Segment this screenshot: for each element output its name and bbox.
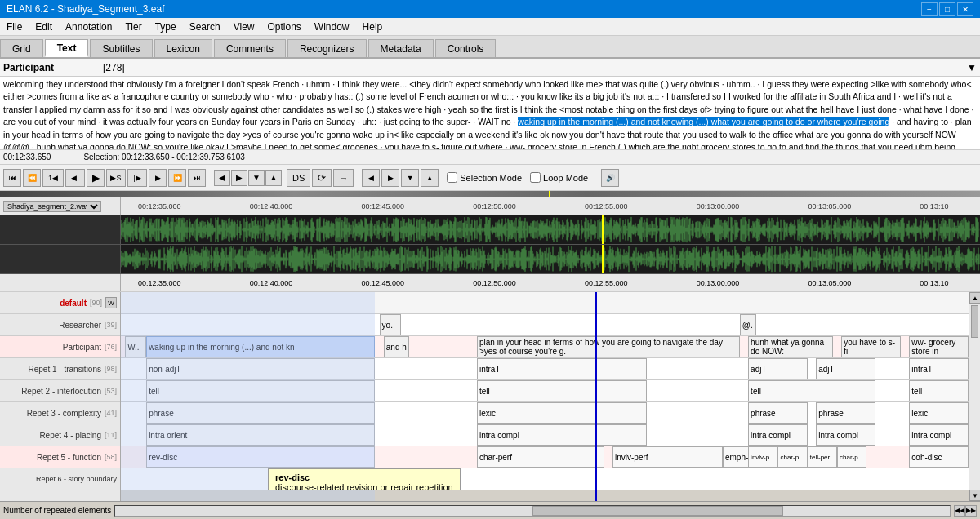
- header-scrollbar-btn[interactable]: ▼: [967, 62, 977, 73]
- anno-seg-r5-charp[interactable]: char-p.: [777, 446, 807, 468]
- menu-options[interactable]: Options: [261, 18, 308, 35]
- anno-seg-part-andh[interactable]: and h: [384, 336, 409, 357]
- nav-right-button[interactable]: ▶: [231, 170, 247, 186]
- volume-button[interactable]: 🔊: [601, 169, 619, 187]
- tab-recognizers[interactable]: Recognizers: [287, 39, 367, 57]
- timeline-ruler: 00:12:35.000 00:12:40.000 00:12:45.000 0…: [121, 197, 980, 215]
- anno-seg-r4-intracompl3[interactable]: intra compl: [816, 424, 875, 446]
- track-select[interactable]: Shadiya_segment_2.wav: [3, 201, 101, 212]
- step-down-button[interactable]: ▼: [401, 169, 419, 187]
- anno-seg-part-hunh[interactable]: hunh what ya gonna do NOW:: [748, 336, 833, 357]
- close-button[interactable]: ✕: [957, 2, 973, 16]
- selection-mode-label[interactable]: Selection Mode: [447, 172, 522, 183]
- tab-subtitles[interactable]: Subtitles: [90, 39, 152, 57]
- ds-button[interactable]: DS: [287, 169, 310, 187]
- tab-text[interactable]: Text: [45, 39, 89, 57]
- anno-label-participant: Participant [76]: [0, 336, 120, 358]
- scroll-thumb[interactable]: [971, 305, 978, 338]
- step-back-button[interactable]: ◀: [362, 169, 380, 187]
- playback-controls: ⏮ ⏪ 1◀ ◀| ▶ ▶S |▶ ▶ ⏩ ⏭ ◀ ▶ ▼ ▲ DS ⟳ → ◀…: [0, 165, 980, 191]
- participant-label: Participant: [3, 62, 54, 73]
- scroll-down-button[interactable]: ▼: [969, 490, 980, 501]
- anno-seg-r5-charp2[interactable]: char-p.: [837, 446, 866, 468]
- menu-type[interactable]: Type: [149, 18, 183, 35]
- anno-seg-r5-charperf[interactable]: char-perf: [477, 446, 604, 468]
- anno-seg-r5-invlvp[interactable]: invlv-p.: [748, 446, 777, 468]
- horizontal-scrollbar[interactable]: [114, 505, 951, 517]
- menu-view[interactable]: View: [227, 18, 261, 35]
- minimize-button[interactable]: −: [921, 2, 938, 16]
- anno-seg-r2-tell2[interactable]: tell: [477, 380, 647, 401]
- time-mark-4: 00:12:50.000: [473, 202, 516, 211]
- prev-page-button[interactable]: ⏪: [23, 169, 41, 187]
- loop-mode-checkbox[interactable]: [530, 172, 541, 183]
- anno-label-repet6: Repet 6 - story boundary: [0, 468, 120, 490]
- anno-seg-part-plan[interactable]: plan in your head in terms of how you ar…: [477, 336, 740, 357]
- go-to-end-button[interactable]: ⏭: [188, 169, 206, 187]
- menu-tier[interactable]: Tier: [118, 18, 148, 35]
- frame-fwd-button[interactable]: |▶: [127, 169, 147, 187]
- tab-controls[interactable]: Controls: [435, 39, 497, 57]
- menu-search[interactable]: Search: [183, 18, 227, 35]
- scroll-right-end[interactable]: ▶▶: [965, 505, 977, 517]
- anno-seg-r5-invlvperf[interactable]: invlv-perf: [612, 446, 723, 468]
- anno-count-participant: [76]: [105, 343, 117, 351]
- selection-mode-checkbox[interactable]: [447, 172, 457, 183]
- maximize-button[interactable]: □: [939, 2, 956, 16]
- tab-metadata[interactable]: Metadata: [368, 39, 434, 57]
- nav-up-button[interactable]: ▲: [265, 170, 282, 186]
- anno-seg-r1-adjt2[interactable]: adjT: [816, 358, 875, 379]
- menu-window[interactable]: Window: [308, 18, 356, 35]
- tab-grid[interactable]: Grid: [0, 39, 43, 57]
- loop-mode-label[interactable]: Loop Mode: [530, 172, 588, 183]
- anno-seg-r2-tell4[interactable]: tell: [909, 380, 969, 401]
- next-button[interactable]: ▶: [149, 169, 167, 187]
- waveform-display-2[interactable]: [121, 245, 980, 273]
- anno-seg-r4-intracompl1[interactable]: intra compl: [477, 424, 647, 446]
- time-mark-2: 00:12:40.000: [250, 202, 293, 211]
- anno-seg-r2-tell3[interactable]: tell: [748, 380, 875, 401]
- nav-down-button[interactable]: ▼: [248, 170, 265, 186]
- anno-seg-r5-cohdisc[interactable]: coh-disc: [909, 446, 969, 468]
- menu-annotation[interactable]: Annotation: [59, 18, 118, 35]
- anno-seg-r3-lexic[interactable]: lexic: [477, 402, 647, 424]
- tab-comments[interactable]: Comments: [214, 39, 286, 57]
- menu-help[interactable]: Help: [356, 18, 390, 35]
- anno-seg-r1-intrat[interactable]: intraT: [477, 358, 647, 379]
- scroll-left-end[interactable]: ◀◀: [954, 505, 965, 517]
- go-to-begin-button[interactable]: ⏮: [3, 169, 21, 187]
- arrow-right-button[interactable]: →: [333, 169, 354, 187]
- status-label: Number of repeated elements: [3, 506, 111, 515]
- rate-button[interactable]: ⟳: [312, 169, 332, 187]
- play-selection-button[interactable]: ▶S: [106, 169, 126, 187]
- anno-seg-r1-adjt1[interactable]: adjT: [748, 358, 808, 379]
- frame-back-button[interactable]: 1◀: [42, 169, 64, 187]
- play-button[interactable]: ▶: [87, 169, 105, 187]
- annotation-cursor: [595, 292, 597, 501]
- anno-seg-r1-intrat2[interactable]: intraT: [909, 358, 969, 379]
- scroll-up-button[interactable]: ▲: [969, 292, 980, 304]
- anno-btn-default[interactable]: W: [105, 297, 117, 308]
- step-fwd-button[interactable]: ▶: [381, 169, 399, 187]
- tab-lexicon[interactable]: Lexicon: [154, 39, 212, 57]
- anno-seg-r3-lexic2[interactable]: lexic: [909, 402, 969, 424]
- anno-seg-researcher-2[interactable]: @.: [740, 314, 757, 335]
- anno-seg-r5-tellper[interactable]: tell-per.: [808, 446, 837, 468]
- waveform-display-1[interactable]: // Will generate waveform bars via JS be…: [121, 215, 980, 244]
- anno-seg-r4-intracompl2[interactable]: intra compl: [748, 424, 808, 446]
- h-scroll-thumb[interactable]: [532, 506, 783, 516]
- anno-seg-r3-phrase3[interactable]: phrase: [816, 402, 875, 424]
- anno-seg-researcher-1[interactable]: yo.: [380, 314, 401, 335]
- step-up-button[interactable]: ▲: [421, 169, 439, 187]
- vertical-scrollbar[interactable]: ▲ ▼: [969, 292, 980, 501]
- next-page-button[interactable]: ⏩: [168, 169, 186, 187]
- anno-seg-part-youhave[interactable]: you have to s- fi: [841, 336, 901, 357]
- status-bar: Number of repeated elements ◀◀ ▶▶: [0, 501, 980, 519]
- nav-left-button[interactable]: ◀: [214, 170, 230, 186]
- anno-seg-r3-phrase2[interactable]: phrase: [748, 402, 808, 424]
- menu-edit[interactable]: Edit: [29, 18, 59, 35]
- menu-file[interactable]: File: [0, 18, 29, 35]
- anno-seg-part-grocery[interactable]: ww- grocery store in: [909, 336, 969, 357]
- play-back-button[interactable]: ◀|: [65, 169, 85, 187]
- anno-seg-r4-intracompl4[interactable]: intra compl: [909, 424, 969, 446]
